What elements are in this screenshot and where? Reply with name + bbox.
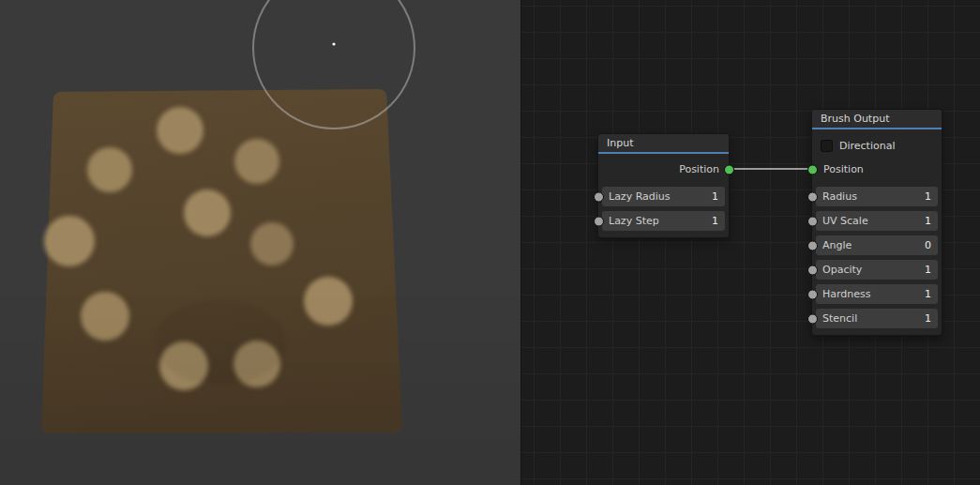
input-position-output-socket[interactable] <box>724 165 734 175</box>
uv-scale-value: 1 <box>925 211 931 231</box>
stencil-field[interactable]: Stencil 1 <box>816 309 938 328</box>
node-brush-output[interactable]: Brush Output Directional Position Radius… <box>811 109 942 336</box>
directional-label: Directional <box>839 140 896 152</box>
lazy-step-input-socket[interactable] <box>594 216 604 226</box>
lazy-radius-row: Lazy Radius 1 <box>598 187 729 206</box>
lazy-radius-label: Lazy Radius <box>609 187 671 206</box>
hardness-input-socket[interactable] <box>807 289 818 299</box>
angle-value: 0 <box>925 235 931 255</box>
radius-field[interactable]: Radius 1 <box>816 187 938 206</box>
angle-input-socket[interactable] <box>807 240 818 250</box>
input-position-label: Position <box>679 163 719 175</box>
hardness-value: 1 <box>925 284 931 304</box>
brush-position-input-socket[interactable] <box>807 165 818 175</box>
lazy-step-field[interactable]: Lazy Step 1 <box>602 211 725 231</box>
lazy-step-row: Lazy Step 1 <box>598 211 729 231</box>
stencil-label: Stencil <box>822 309 857 328</box>
lazy-radius-field[interactable]: Lazy Radius 1 <box>602 187 725 206</box>
lazy-step-label: Lazy Step <box>609 211 659 231</box>
stencil-row: Stencil 1 <box>812 309 942 328</box>
node-editor[interactable]: Input Position Lazy Radius 1 <box>520 0 980 485</box>
angle-row: Angle 0 <box>812 235 942 255</box>
lazy-radius-value: 1 <box>712 187 718 206</box>
node-input[interactable]: Input Position Lazy Radius 1 <box>597 133 730 238</box>
stencil-value: 1 <box>925 309 931 328</box>
brush-output-node-body: Directional Position Radius 1 UV <box>812 129 942 335</box>
viewport-render <box>0 0 520 485</box>
hardness-label: Hardness <box>822 284 871 304</box>
opacity-value: 1 <box>925 260 931 280</box>
radius-value: 1 <box>925 187 931 206</box>
3d-viewport[interactable] <box>0 0 520 485</box>
angle-label: Angle <box>822 235 852 255</box>
lazy-radius-input-socket[interactable] <box>594 191 604 202</box>
radius-label: Radius <box>822 187 857 206</box>
brush-cursor-center-dot <box>332 42 335 45</box>
viewport-vignette <box>0 0 520 485</box>
application-window: Input Position Lazy Radius 1 <box>0 0 980 485</box>
input-position-row: Position <box>598 158 729 182</box>
hardness-field[interactable]: Hardness 1 <box>816 284 938 304</box>
brush-output-node-title: Brush Output <box>821 113 889 125</box>
uv-scale-field[interactable]: UV Scale 1 <box>816 211 938 231</box>
brush-position-row: Position <box>812 158 942 182</box>
brush-output-node-header[interactable]: Brush Output <box>812 110 942 129</box>
uv-scale-label: UV Scale <box>822 211 868 231</box>
input-node-header[interactable]: Input <box>598 134 729 154</box>
opacity-label: Opacity <box>822 260 862 280</box>
radius-row: Radius 1 <box>812 187 942 206</box>
opacity-row: Opacity 1 <box>812 260 942 280</box>
uv-scale-row: UV Scale 1 <box>812 211 942 231</box>
input-node-title: Input <box>607 137 633 149</box>
uv-scale-input-socket[interactable] <box>807 216 818 226</box>
directional-row: Directional <box>812 133 942 158</box>
stencil-input-socket[interactable] <box>807 313 818 324</box>
directional-checkbox[interactable] <box>821 140 833 152</box>
brush-position-label: Position <box>823 163 864 175</box>
opacity-field[interactable]: Opacity 1 <box>816 260 938 280</box>
lazy-step-value: 1 <box>712 211 718 231</box>
input-node-body: Position Lazy Radius 1 Lazy Step 1 <box>598 154 729 237</box>
opacity-input-socket[interactable] <box>807 265 818 275</box>
radius-input-socket[interactable] <box>807 191 818 202</box>
hardness-row: Hardness 1 <box>812 284 942 304</box>
angle-field[interactable]: Angle 0 <box>816 235 938 255</box>
